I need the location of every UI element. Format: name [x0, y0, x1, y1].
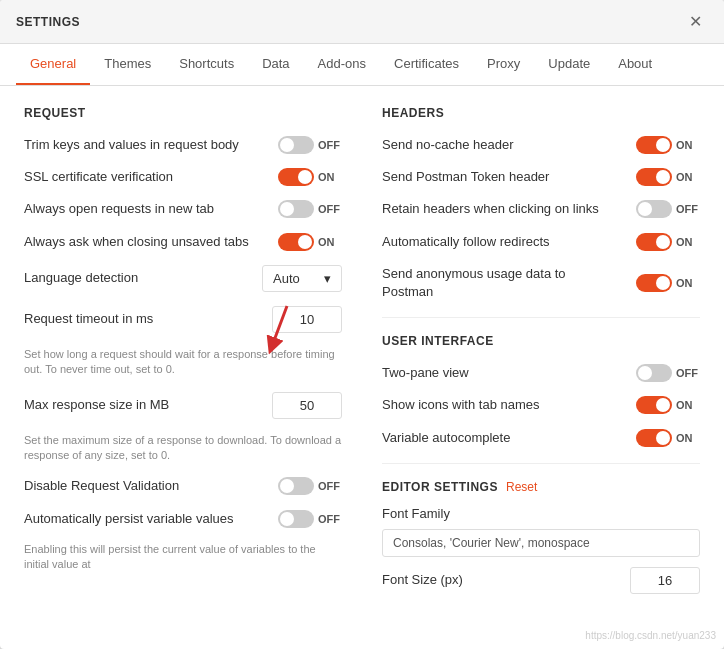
autocomplete-toggle[interactable]: ON [636, 429, 700, 447]
postman-token-toggle[interactable]: ON [636, 168, 700, 186]
no-cache-toggle[interactable]: ON [636, 136, 700, 154]
disable-validation-label: Disable Request Validation [24, 477, 278, 495]
anonymous-data-label: Send anonymous usage data to Postman [382, 265, 582, 301]
setting-ask-closing: Always ask when closing unsaved tabs ON [24, 233, 342, 251]
setting-follow-redirects: Automatically follow redirects ON [382, 233, 700, 251]
ssl-label: SSL certificate verification [24, 168, 278, 186]
divider-2 [382, 463, 700, 464]
ask-closing-label: Always ask when closing unsaved tabs [24, 233, 278, 251]
setting-timeout: Request timeout in ms Set how long a req… [24, 306, 342, 378]
two-pane-label: Two-pane view [382, 364, 636, 382]
timeout-hint: Set how long a request should wait for a… [24, 347, 342, 378]
tab-addons[interactable]: Add-ons [304, 44, 380, 85]
tab-bar: General Themes Shortcuts Data Add-ons Ce… [0, 44, 724, 86]
settings-content: REQUEST Trim keys and values in request … [0, 86, 724, 614]
two-pane-toggle[interactable]: OFF [636, 364, 700, 382]
tab-update[interactable]: Update [534, 44, 604, 85]
setting-disable-validation: Disable Request Validation OFF [24, 477, 342, 495]
max-response-label: Max response size in MB [24, 396, 272, 414]
persist-toggle[interactable]: OFF [278, 510, 342, 528]
close-button[interactable]: ✕ [683, 10, 708, 33]
tab-proxy[interactable]: Proxy [473, 44, 534, 85]
font-size-label: Font Size (px) [382, 571, 630, 589]
timeout-label: Request timeout in ms [24, 310, 272, 328]
watermark: https://blog.csdn.net/yuan233 [585, 630, 716, 641]
ask-closing-toggle[interactable]: ON [278, 233, 342, 251]
setting-no-cache: Send no-cache header ON [382, 136, 700, 154]
setting-persist-variable: Automatically persist variable values OF… [24, 510, 342, 573]
setting-autocomplete: Variable autocomplete ON [382, 429, 700, 447]
postman-token-label: Send Postman Token header [382, 168, 636, 186]
follow-redirects-label: Automatically follow redirects [382, 233, 636, 251]
setting-max-response: Max response size in MB Set the maximum … [24, 392, 342, 464]
max-response-input[interactable] [272, 392, 342, 419]
no-cache-label: Send no-cache header [382, 136, 636, 154]
setting-postman-token: Send Postman Token header ON [382, 168, 700, 186]
setting-trim-keys: Trim keys and values in request body OFF [24, 136, 342, 154]
anonymous-data-toggle[interactable]: ON [636, 274, 700, 292]
new-tab-label: Always open requests in new tab [24, 200, 278, 218]
setting-two-pane: Two-pane view OFF [382, 364, 700, 382]
font-family-input[interactable] [382, 529, 700, 557]
new-tab-toggle[interactable]: OFF [278, 200, 342, 218]
divider-1 [382, 317, 700, 318]
tab-general[interactable]: General [16, 44, 90, 85]
reset-button[interactable]: Reset [506, 480, 537, 494]
show-icons-label: Show icons with tab names [382, 396, 636, 414]
max-response-hint: Set the maximum size of a response to do… [24, 433, 342, 464]
language-label: Language detection [24, 269, 262, 287]
persist-label: Automatically persist variable values [24, 510, 278, 528]
tab-data[interactable]: Data [248, 44, 303, 85]
left-column: REQUEST Trim keys and values in request … [24, 106, 342, 594]
headers-section-title: HEADERS [382, 106, 700, 120]
retain-headers-label: Retain headers when clicking on links [382, 200, 636, 218]
ssl-toggle[interactable]: ON [278, 168, 342, 186]
trim-keys-label: Trim keys and values in request body [24, 136, 278, 154]
request-section-title: REQUEST [24, 106, 342, 120]
font-family-group: Font Family [382, 504, 700, 557]
font-family-label: Font Family [382, 506, 460, 521]
setting-new-tab: Always open requests in new tab OFF [24, 200, 342, 218]
follow-redirects-toggle[interactable]: ON [636, 233, 700, 251]
persist-hint: Enabling this will persist the current v… [24, 542, 342, 573]
setting-anonymous-data: Send anonymous usage data to Postman ON [382, 265, 700, 301]
language-dropdown[interactable]: Auto ▾ [262, 265, 342, 292]
editor-settings-header: EDITOR SETTINGS Reset [382, 480, 700, 494]
tab-themes[interactable]: Themes [90, 44, 165, 85]
font-size-row: Font Size (px) [382, 567, 700, 594]
font-size-input[interactable] [630, 567, 700, 594]
tab-about[interactable]: About [604, 44, 666, 85]
tab-certificates[interactable]: Certificates [380, 44, 473, 85]
disable-validation-toggle[interactable]: OFF [278, 477, 342, 495]
setting-ssl: SSL certificate verification ON [24, 168, 342, 186]
window-title: SETTINGS [16, 15, 80, 29]
ui-section-title: USER INTERFACE [382, 334, 700, 348]
editor-section-title: EDITOR SETTINGS [382, 480, 498, 494]
trim-keys-toggle[interactable]: OFF [278, 136, 342, 154]
timeout-input[interactable] [272, 306, 342, 333]
setting-language: Language detection Auto ▾ [24, 265, 342, 292]
setting-show-icons: Show icons with tab names ON [382, 396, 700, 414]
title-bar: SETTINGS ✕ [0, 0, 724, 44]
autocomplete-label: Variable autocomplete [382, 429, 636, 447]
settings-window: SETTINGS ✕ General Themes Shortcuts Data… [0, 0, 724, 649]
retain-headers-toggle[interactable]: OFF [636, 200, 700, 218]
right-column: HEADERS Send no-cache header ON Send Pos… [382, 106, 700, 594]
tab-shortcuts[interactable]: Shortcuts [165, 44, 248, 85]
show-icons-toggle[interactable]: ON [636, 396, 700, 414]
setting-retain-headers: Retain headers when clicking on links OF… [382, 200, 700, 218]
